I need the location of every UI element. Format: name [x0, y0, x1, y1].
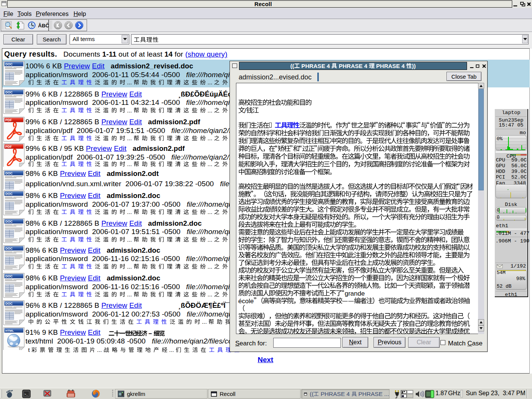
svg-text:grande: grande: [345, 290, 365, 297]
svg-text:école: école: [238, 298, 254, 305]
svg-text:/: /: [244, 107, 246, 114]
svg-text:>_: >_: [24, 393, 28, 396]
